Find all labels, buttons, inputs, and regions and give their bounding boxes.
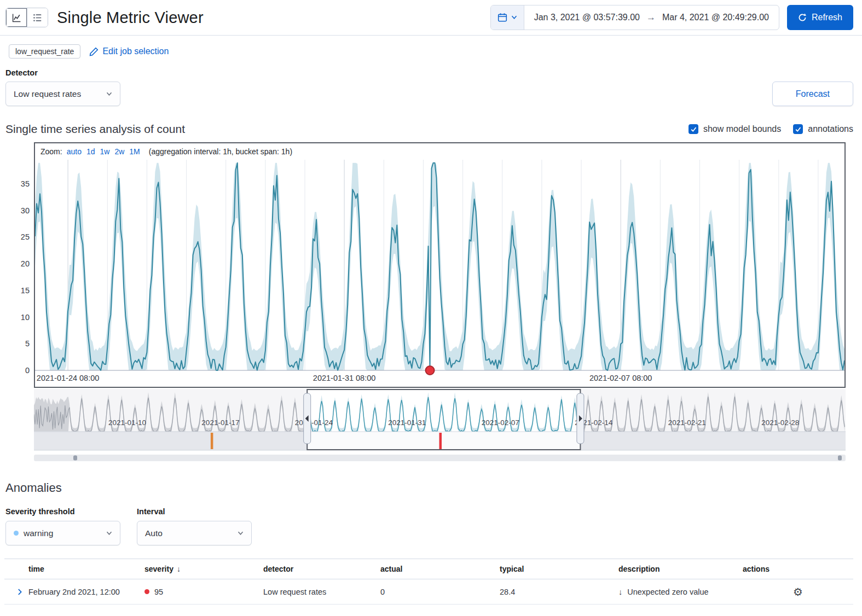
warning-severity-dot: [14, 531, 19, 536]
anomaly-direction-down-icon: ↓: [618, 588, 622, 596]
cell-actual: 0: [380, 588, 500, 596]
svg-text:2021-01-24 08:00: 2021-01-24 08:00: [37, 374, 100, 382]
zoom-option-1w[interactable]: 1w: [100, 147, 110, 156]
focus-chart-panel: Zoom: auto1d1w2w1M (aggregation interval…: [34, 142, 846, 388]
zoom-options: auto1d1w2w1M: [67, 147, 140, 156]
zoom-option-1M[interactable]: 1M: [129, 147, 140, 156]
chart-view-button[interactable]: [6, 8, 27, 27]
job-badge[interactable]: low_request_rate: [9, 44, 80, 59]
col-severity[interactable]: severity↓: [144, 565, 263, 573]
zoom-bar: Zoom: auto1d1w2w1M (aggregation interval…: [35, 143, 844, 160]
arrow-right-icon: →: [646, 12, 656, 23]
edit-job-selection-label: Edit job selection: [102, 47, 169, 56]
y-axis-labels: 05101520253035: [4, 160, 34, 387]
refresh-icon: [798, 13, 807, 22]
severity-threshold-select[interactable]: warning: [5, 521, 120, 545]
page-title: Single Metric Viewer: [57, 9, 204, 27]
series-title: Single time series analysis of count: [5, 123, 185, 136]
chevron-right-icon: [16, 588, 24, 596]
chevron-down-icon: [511, 15, 517, 20]
svg-text:0: 0: [25, 366, 30, 375]
col-actual[interactable]: actual: [380, 565, 500, 573]
datepicker-calendar-button[interactable]: [491, 5, 524, 30]
svg-text:2021-01-31 08:00: 2021-01-31 08:00: [313, 374, 376, 382]
focus-chart[interactable]: 2021-01-24 08:002021-01-31 08:002021-02-…: [35, 160, 844, 387]
severity-threshold-value: warning: [24, 528, 53, 538]
zoom-option-auto[interactable]: auto: [67, 147, 82, 156]
date-range-start[interactable]: Jan 3, 2021 @ 03:57:39.00: [534, 13, 640, 22]
col-time[interactable]: time: [28, 565, 144, 573]
show-model-bounds-checkbox[interactable]: show model bounds: [689, 124, 781, 134]
detector-select[interactable]: Low request rates: [5, 82, 120, 106]
svg-text:35: 35: [21, 179, 30, 188]
cell-detector: Low request rates: [263, 588, 380, 596]
anomalies-table-icon: [33, 13, 42, 22]
detector-label: Detector: [0, 59, 862, 82]
anomalies-table: time severity↓ detector actual typical d…: [4, 559, 853, 605]
severity-threshold-label: Severity threshold: [5, 507, 120, 516]
col-actions: actions: [737, 565, 853, 573]
zoom-interval-info: (aggregation interval: 1h, bucket span: …: [149, 147, 292, 156]
line-chart-icon: [12, 13, 21, 22]
edit-job-selection-link[interactable]: Edit job selection: [89, 47, 169, 56]
annotations-label: annotations: [808, 124, 853, 134]
col-detector[interactable]: detector: [263, 565, 380, 573]
cell-description: ↓ Unexpected zero value: [618, 588, 737, 596]
date-range-end[interactable]: Mar 4, 2021 @ 20:49:29.00: [662, 13, 769, 22]
svg-text:20: 20: [21, 259, 30, 268]
checkbox-checked-icon: [793, 124, 803, 134]
zoom-prefix: Zoom:: [41, 147, 62, 156]
refresh-label: Refresh: [812, 13, 842, 22]
refresh-button[interactable]: Refresh: [787, 5, 853, 30]
cell-severity: 95: [144, 588, 263, 596]
chevron-down-icon: [106, 92, 112, 96]
critical-severity-dot: [144, 589, 149, 594]
zoom-option-2w[interactable]: 2w: [114, 147, 124, 156]
svg-text:30: 30: [21, 206, 30, 215]
row-actions-gear-icon[interactable]: ⚙: [737, 585, 853, 598]
time-series-chart-area: 05101520253035 Zoom: auto1d1w2w1M (aggre…: [4, 142, 846, 462]
anomalies-table-header: time severity↓ detector actual typical d…: [4, 559, 853, 579]
svg-text:2021-01-31: 2021-01-31: [388, 419, 426, 427]
svg-text:5: 5: [25, 339, 30, 348]
svg-text:2021-02-07: 2021-02-07: [482, 419, 519, 427]
header: Single Metric Viewer Jan 3, 2021 @ 03:57…: [0, 0, 862, 36]
cell-typical: 28.4: [500, 588, 618, 596]
svg-text:10: 10: [21, 313, 30, 322]
chevron-down-icon: [238, 531, 244, 536]
interval-value: Auto: [145, 528, 163, 538]
svg-text:15: 15: [21, 286, 30, 295]
annotations-checkbox[interactable]: annotations: [793, 124, 853, 134]
detector-select-value: Low request rates: [14, 89, 81, 99]
svg-text:2021-02-07 08:00: 2021-02-07 08:00: [589, 374, 652, 382]
col-description[interactable]: description: [618, 565, 737, 573]
table-row: February 2nd 2021, 12:00 95 Low request …: [4, 579, 853, 605]
checkbox-checked-icon: [689, 124, 698, 134]
anomalies-title: Anomalies: [0, 462, 862, 495]
col-typical[interactable]: typical: [500, 565, 618, 573]
forecast-button[interactable]: Forecast: [772, 82, 853, 106]
cell-time: February 2nd 2021, 12:00: [28, 588, 144, 596]
view-toggle-group: [5, 8, 48, 27]
expand-row-button[interactable]: [4, 586, 28, 597]
interval-select[interactable]: Auto: [137, 521, 252, 545]
show-model-bounds-label: show model bounds: [703, 124, 781, 134]
table-view-button[interactable]: [27, 8, 48, 27]
context-chart-with-brush[interactable]: 2021-01-102021-01-172021-01-242021-01-31…: [34, 389, 846, 462]
sort-desc-icon: ↓: [177, 565, 181, 573]
calendar-icon: [497, 13, 507, 22]
svg-text:25: 25: [21, 233, 30, 241]
chevron-down-icon: [106, 531, 112, 536]
zoom-option-1d[interactable]: 1d: [86, 147, 95, 156]
pencil-icon: [89, 47, 99, 56]
date-picker: Jan 3, 2021 @ 03:57:39.00 → Mar 4, 2021 …: [490, 5, 779, 30]
interval-label: Interval: [137, 507, 252, 516]
